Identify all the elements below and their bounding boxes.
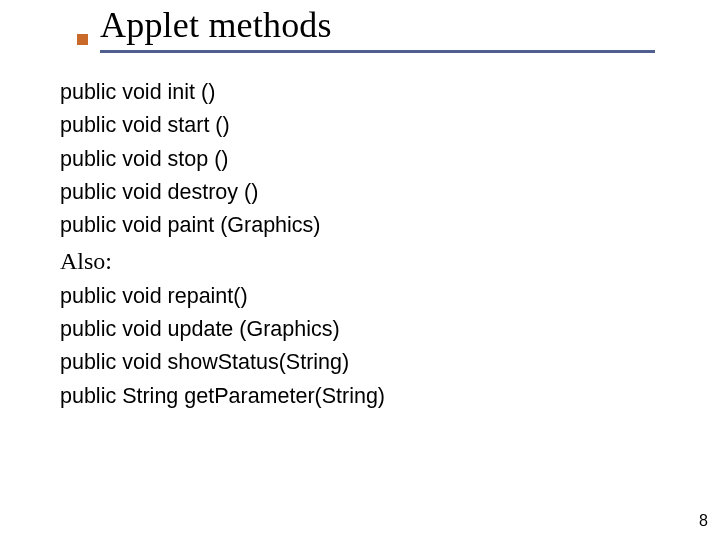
- method-line: public void init (): [60, 76, 660, 109]
- slide-body: public void init () public void start ()…: [60, 76, 660, 413]
- method-line: public void destroy (): [60, 176, 660, 209]
- title-underline: [100, 50, 655, 53]
- method-line: public void update (Graphics): [60, 313, 660, 346]
- title-block: Applet methods: [100, 6, 660, 53]
- method-line: public void showStatus(String): [60, 346, 660, 379]
- slide: Applet methods public void init () publi…: [0, 0, 720, 540]
- method-line: public void stop (): [60, 143, 660, 176]
- also-label: Also:: [60, 243, 660, 280]
- method-line: public void start (): [60, 109, 660, 142]
- method-line: public void repaint(): [60, 280, 660, 313]
- page-number: 8: [699, 512, 708, 530]
- slide-title: Applet methods: [100, 6, 660, 46]
- method-line: public void paint (Graphics): [60, 209, 660, 242]
- method-line: public String getParameter(String): [60, 380, 660, 413]
- title-accent-square: [77, 34, 88, 45]
